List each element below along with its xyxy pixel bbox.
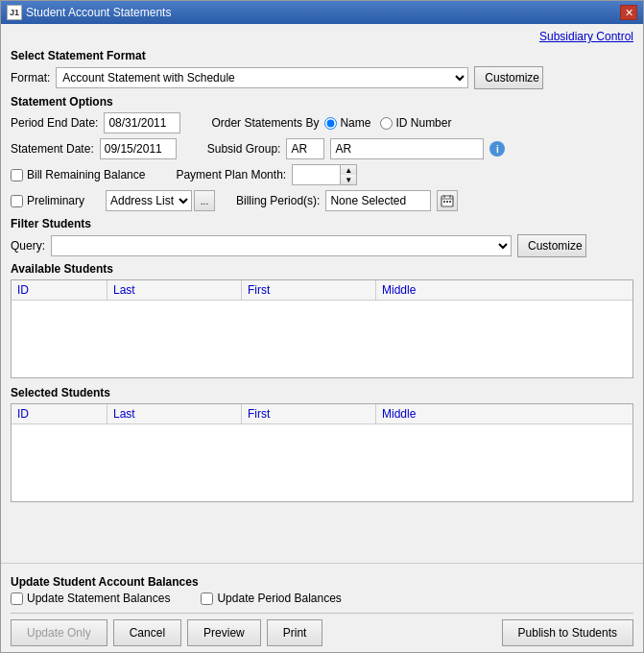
svg-rect-6: [449, 201, 451, 203]
cancel-button[interactable]: Cancel: [113, 619, 181, 646]
update-checkboxes-row: Update Statement Balances Update Period …: [11, 592, 633, 605]
selected-students-body: [12, 424, 632, 501]
order-radio-group: Name ID Number: [324, 116, 451, 130]
update-statement-checkbox[interactable]: Update Statement Balances: [11, 592, 170, 605]
format-row: Format: Account Statement with ScheduleA…: [11, 66, 633, 89]
subsid-group-name-input[interactable]: [330, 138, 484, 159]
billing-periods-label: Billing Period(s):: [236, 194, 320, 207]
statement-options-header: Statement Options: [11, 95, 633, 109]
selected-students-label: Selected Students: [11, 386, 633, 399]
available-students-body: [12, 301, 632, 377]
separator: [11, 613, 633, 614]
preview-button[interactable]: Preview: [187, 619, 261, 646]
order-id-radio[interactable]: ID Number: [380, 116, 451, 130]
update-section: Update Student Account Balances Update S…: [11, 575, 633, 605]
print-button[interactable]: Print: [267, 619, 323, 646]
title-bar: J1 Student Account Statements ✕: [1, 1, 643, 24]
spin-down-button[interactable]: ▼: [341, 175, 356, 184]
filter-students-header: Filter Students: [11, 217, 633, 230]
format-select[interactable]: Account Statement with ScheduleAccount S…: [56, 67, 468, 88]
statement-date-label: Statement Date:: [11, 142, 94, 156]
address-list-select[interactable]: Address List: [106, 190, 192, 211]
address-browse-button[interactable]: ...: [194, 190, 215, 211]
available-students-header: ID Last First Middle: [12, 280, 632, 301]
preliminary-billing-row: Preliminary Address List ... Billing Per…: [11, 190, 633, 211]
selected-students-header: ID Last First Middle: [12, 404, 632, 424]
query-row: Query: Customize: [11, 234, 633, 257]
selected-students-section: Selected Students ID Last First Middle: [11, 386, 633, 502]
spin-buttons: ▲ ▼: [340, 164, 357, 185]
svg-rect-5: [446, 201, 448, 203]
available-students-label: Available Students: [11, 262, 633, 276]
bottom-bar: Update Student Account Balances Update S…: [1, 563, 643, 652]
format-label: Format:: [11, 71, 50, 85]
update-only-button[interactable]: Update Only: [11, 619, 107, 646]
bill-payment-row: Bill Remaining Balance Payment Plan Mont…: [11, 164, 633, 185]
available-students-box: ID Last First Middle: [11, 279, 633, 378]
payment-plan-spinbox: ▲ ▼: [292, 164, 357, 185]
payment-plan-label: Payment Plan Month:: [176, 168, 286, 181]
update-period-checkbox[interactable]: Update Period Balances: [201, 592, 341, 605]
calendar-button[interactable]: [437, 190, 458, 211]
address-group: Address List ...: [106, 190, 215, 211]
selected-col-id[interactable]: ID: [12, 404, 107, 423]
query-select[interactable]: [51, 235, 512, 256]
window-icon: J1: [7, 5, 22, 20]
period-end-date-label: Period End Date:: [11, 116, 98, 130]
selected-col-middle[interactable]: Middle: [376, 404, 511, 423]
statement-date-input[interactable]: [100, 138, 177, 159]
selected-students-box: ID Last First Middle: [11, 403, 633, 502]
available-col-first[interactable]: First: [242, 280, 376, 300]
query-label: Query:: [11, 239, 45, 253]
available-col-last[interactable]: Last: [107, 280, 242, 300]
close-button[interactable]: ✕: [620, 5, 637, 20]
main-window: J1 Student Account Statements ✕ Subsidia…: [0, 0, 644, 653]
order-by-label: Order Statements By: [211, 116, 319, 130]
update-balances-header: Update Student Account Balances: [11, 575, 633, 589]
available-students-section: Available Students ID Last First Middle: [11, 262, 633, 378]
subsid-group-code-input[interactable]: [286, 138, 324, 159]
available-col-id[interactable]: ID: [12, 280, 107, 300]
svg-rect-4: [443, 201, 445, 203]
query-customize-button[interactable]: Customize: [517, 234, 586, 257]
order-name-radio[interactable]: Name: [324, 116, 370, 130]
billing-period-input[interactable]: [325, 190, 431, 211]
spin-up-button[interactable]: ▲: [341, 165, 356, 175]
period-order-row: Period End Date: Order Statements By Nam…: [11, 112, 633, 133]
top-link-area: Subsidiary Control: [11, 30, 633, 43]
selected-col-last[interactable]: Last: [107, 404, 242, 423]
content-area: Subsidiary Control Select Statement Form…: [1, 24, 643, 563]
selected-col-first[interactable]: First: [242, 404, 376, 423]
format-customize-button[interactable]: Customize: [474, 66, 543, 89]
statement-subsid-row: Statement Date: Subsid Group: i: [11, 138, 633, 159]
action-buttons-row: Update Only Cancel Preview Print Publish…: [11, 619, 633, 646]
info-icon[interactable]: i: [489, 141, 505, 157]
preliminary-checkbox[interactable]: Preliminary: [11, 194, 84, 207]
available-col-middle[interactable]: Middle: [376, 280, 511, 300]
select-statement-format-header: Select Statement Format: [11, 49, 633, 62]
payment-plan-input[interactable]: [292, 164, 340, 185]
bill-remaining-checkbox[interactable]: Bill Remaining Balance: [11, 168, 145, 181]
window-title: Student Account Statements: [26, 6, 171, 19]
subsidiary-control-link[interactable]: Subsidiary Control: [539, 30, 633, 43]
subsid-group-label: Subsid Group:: [207, 142, 281, 156]
publish-button[interactable]: Publish to Students: [502, 619, 633, 646]
period-end-date-input[interactable]: [104, 112, 180, 133]
